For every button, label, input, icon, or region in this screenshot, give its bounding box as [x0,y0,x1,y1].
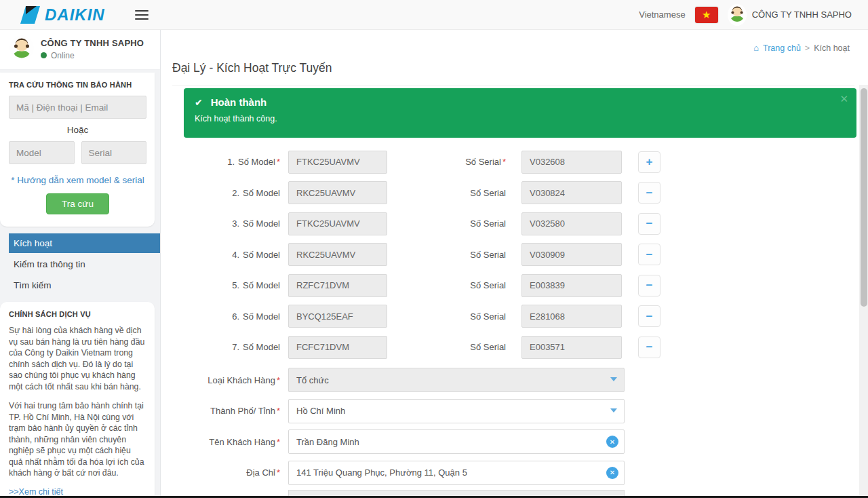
main-content: ⌂ Trang chủ > Kích hoạt Đại Lý - Kích Ho… [161,30,868,498]
customer-name-row: Tên Khách Hàng* ✕ [161,427,868,458]
alert-close-icon[interactable]: ✕ [840,94,848,104]
sidebar-profile: CÔNG TY TNHH SAPHO Online [0,30,160,70]
online-status-icon [41,52,47,58]
model-serial-row: 3.Số Model Số Serial − [161,208,868,240]
top-header: DAIKIN Vietnamese ★ CÔNG TY TNHH SAPHO [0,0,868,30]
activation-form: 1.Số Model* Số Serial* + 2.Số Model Số S… [161,147,868,489]
policy-title: CHÍNH SÁCH DỊCH VỤ [9,310,146,318]
profile-avatar [9,35,34,62]
chevron-down-icon[interactable] [610,377,617,381]
serial-input-4[interactable] [521,243,622,266]
alert-message: Kích hoạt thành công. [195,114,846,123]
user-avatar [728,4,747,26]
alert-title: Hoàn thành [211,96,267,108]
daikin-logo-icon [20,5,41,24]
header-user-menu[interactable]: CÔNG TY TNHH SAPHO [728,4,852,26]
clear-field-icon[interactable]: ✕ [606,467,618,479]
remove-row-button[interactable]: − [638,305,660,327]
model-input-2[interactable] [288,181,387,204]
model-serial-row: 6.Số Model Số Serial − [161,301,868,332]
breadcrumb-separator: > [805,43,810,53]
sidebar-item-kich-hoat[interactable]: Kích hoạt [9,233,160,253]
check-icon: ✔ [195,97,203,108]
remove-row-button[interactable]: − [638,337,660,358]
customer-type-row: Loại Khách Hàng* [161,365,868,396]
policy-link-details[interactable]: >>Xem chi tiết [9,487,146,497]
profile-name: CÔNG TY TNHH SAPHO [41,38,144,48]
model-input-4[interactable] [288,243,387,266]
remove-row-button[interactable]: − [638,182,660,204]
model-input-7[interactable] [288,336,387,359]
home-icon[interactable]: ⌂ [753,43,759,53]
serial-input-3[interactable] [521,212,622,235]
menu-toggle-icon[interactable] [135,10,149,20]
success-alert: ✔ Hoàn thành Kích hoạt thành công. ✕ [184,88,856,138]
address-row: Địa Chỉ* ✕ [161,457,868,489]
sidebar-menu: Kích hoạt Kiểm tra thông tin Tìm kiếm [9,233,160,295]
add-row-button[interactable]: + [638,151,660,173]
customer-type-select[interactable] [288,368,625,392]
header-user-name: CÔNG TY TNHH SAPHO [752,9,852,20]
sidebar: CÔNG TY TNHH SAPHO Online TRA CỨU THÔNG … [0,30,161,498]
remove-row-button[interactable]: − [638,275,660,296]
breadcrumb-current: Kích hoạt [814,43,850,53]
search-submit-button[interactable]: Tra cứu [46,193,109,214]
page-title: Đại Lý - Kích Hoạt Trực Tuyến [172,61,854,85]
model-input-5[interactable] [288,274,387,297]
model-serial-row: 1.Số Model* Số Serial* + [161,147,868,178]
daikin-logo-text: DAIKIN [45,5,105,24]
serial-input-7[interactable] [521,336,622,359]
search-serial-input[interactable] [81,141,147,164]
sidebar-item-kiem-tra-thong-tin[interactable]: Kiểm tra thông tin [9,254,160,274]
policy-paragraph-2: Với hai trung tâm bảo hành chính tại TP.… [9,400,146,479]
online-status-label: Online [51,51,75,60]
customer-name-input[interactable] [288,429,625,454]
model-serial-row: 5.Số Model Số Serial − [161,270,868,301]
remove-row-button[interactable]: − [638,244,660,265]
search-model-input[interactable] [9,141,75,164]
model-serial-guide-link[interactable]: * Hướng dẫn xem model & serial [9,175,146,185]
daikin-logo[interactable]: DAIKIN [20,5,105,24]
city-select[interactable] [288,399,625,423]
breadcrumb-home-link[interactable]: Trang chủ [763,43,801,53]
search-code-input[interactable] [9,96,146,119]
warranty-search-card: TRA CỨU THÔNG TIN BẢO HÀNH Hoặc * Hướng … [0,73,155,227]
model-input-1[interactable] [288,151,387,174]
model-serial-row: 4.Số Model Số Serial − [161,240,868,271]
model-serial-row: 7.Số Model Số Serial − [161,332,868,363]
serial-input-5[interactable] [521,274,622,297]
scrollbar-thumb[interactable] [861,88,867,307]
serial-input-1[interactable] [521,151,622,174]
flag-star: ★ [702,9,711,21]
policy-paragraph-1: Sự hài lòng của khách hàng về dịch vụ sa… [9,325,146,392]
model-input-6[interactable] [288,305,387,328]
model-input-3[interactable] [288,212,387,235]
serial-input-6[interactable] [521,305,622,328]
breadcrumb: ⌂ Trang chủ > Kích hoạt [753,43,850,53]
scrollbar-track[interactable] [859,85,868,498]
search-card-title: TRA CỨU THÔNG TIN BẢO HÀNH [9,81,146,89]
chevron-down-icon[interactable] [610,408,617,413]
remove-row-button[interactable]: − [638,213,660,235]
or-label: Hoặc [9,125,146,135]
address-input[interactable] [288,461,625,485]
city-row: Thành Phố/ Tỉnh* [161,396,868,427]
vietnam-flag-icon[interactable]: ★ [695,7,718,23]
serial-input-2[interactable] [521,181,622,204]
sidebar-item-tim-kiem[interactable]: Tìm kiếm [9,275,160,295]
model-serial-row: 2.Số Model Số Serial − [161,178,868,209]
language-label[interactable]: Vietnamese [639,9,685,20]
service-policy-card: CHÍNH SÁCH DỊCH VỤ Sự hài lòng của khách… [0,302,155,498]
